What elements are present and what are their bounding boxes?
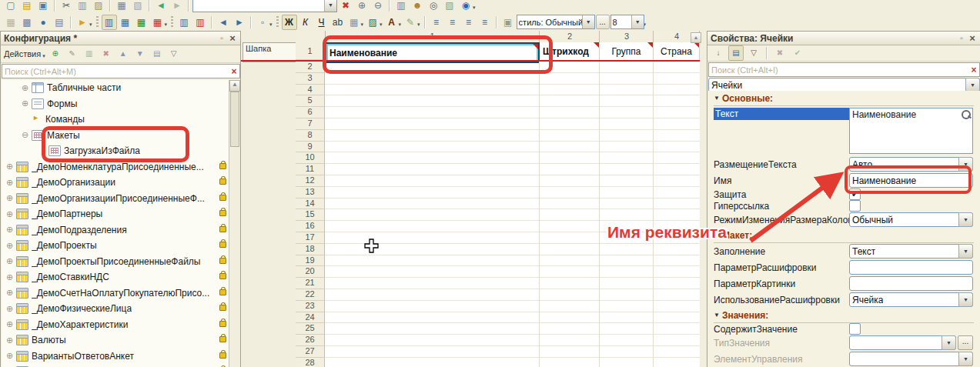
checkbox[interactable]: ✔ — [849, 189, 861, 200]
align-right-icon[interactable]: ≡ — [461, 15, 477, 30]
sheet-scroll-up-icon[interactable]: ▲ — [691, 32, 701, 43]
tree-item[interactable]: ⊕_ДемоФизическиеЛица — [2, 301, 240, 317]
chevron-down-icon[interactable]: ▼ — [958, 292, 973, 307]
property-value-field[interactable] — [849, 276, 973, 291]
row-header[interactable]: 3 — [296, 73, 325, 85]
chevron-down-icon[interactable]: ▾ — [89, 22, 92, 28]
checkbox[interactable] — [849, 323, 861, 335]
chevron-down-icon[interactable]: ▼ — [582, 15, 594, 28]
tree-item[interactable]: ⊕_ДемоПартнеры — [2, 206, 240, 222]
highlight-color-icon[interactable]: ✎ — [403, 15, 418, 30]
property-value-field[interactable]: Ячейка▼ — [849, 292, 973, 307]
chevron-down-icon[interactable]: ▼ — [631, 15, 644, 28]
format-painter-icon[interactable]: ▥ — [393, 0, 409, 13]
tree-item[interactable]: ⊕_ДемоСчетНаОплатуПокупателюПрисо... — [2, 285, 240, 302]
zoom-out-icon[interactable]: ⊖ — [370, 0, 386, 13]
global-search-icon[interactable]: ◎ — [426, 0, 441, 13]
section-collapse-icon[interactable]: ▼ — [714, 312, 720, 319]
move-up-icon[interactable]: ▲ — [115, 46, 131, 62]
text-abc-icon[interactable]: ab — [330, 15, 346, 30]
new-file-icon[interactable]: ▢ — [3, 0, 18, 13]
borders-icon[interactable]: ▦ — [346, 15, 362, 30]
print-preview-icon[interactable]: ▧ — [130, 0, 145, 13]
config-search-box[interactable]: Поиск (Ctrl+Alt+M) × — [2, 64, 240, 78]
row-header[interactable]: 2 — [296, 62, 325, 73]
row-header[interactable]: 6 — [296, 107, 325, 118]
checkbox[interactable] — [849, 200, 861, 212]
section-header[interactable]: ▼Макет: — [714, 228, 974, 243]
row-header[interactable]: 5 — [296, 95, 325, 107]
cell-properties-icon[interactable]: ▦ — [3, 15, 18, 30]
property-value-field[interactable]: ▼ — [849, 352, 973, 366]
cut-icon[interactable]: ✂ — [59, 0, 74, 13]
row-header[interactable]: 9 — [296, 142, 325, 153]
show-headers-icon[interactable]: ▥ — [102, 15, 117, 30]
tree-item[interactable]: ⊕_ДемоХарактеристики — [2, 317, 240, 333]
row-header[interactable]: 18 — [296, 244, 325, 255]
expand-icon[interactable]: ⊕ — [5, 162, 15, 172]
row-header[interactable]: 1 — [296, 42, 325, 60]
align-justify-icon[interactable]: ≡ — [477, 15, 493, 30]
property-value-field[interactable]: Обычный▼ — [849, 212, 973, 227]
pin-icon[interactable]: ▫ — [216, 33, 227, 44]
expand-icon[interactable]: ⊕ — [5, 209, 15, 219]
tree-item[interactable]: ⊕_ДемоОрганизацииПрисоединенныеФ... — [2, 191, 240, 207]
scrollbar-thumb[interactable] — [230, 92, 239, 147]
toolbar-drag-handle[interactable] — [171, 16, 173, 28]
expand-icon[interactable]: ⊕ — [5, 193, 15, 203]
discard-icon[interactable]: ✖ — [772, 45, 788, 61]
zoom-in-icon[interactable]: ⊕ — [354, 0, 370, 13]
underline-icon[interactable]: Ч — [314, 15, 329, 30]
row-header[interactable]: 19 — [296, 255, 325, 267]
row-header[interactable]: 13 — [296, 187, 325, 199]
section-collapse-icon[interactable]: ▼ — [714, 232, 720, 239]
font-size-combo[interactable]: 8▼ — [610, 15, 644, 29]
embed-table-icon[interactable]: ▩ — [19, 15, 35, 30]
expand-icon[interactable]: ⊕ — [5, 178, 15, 188]
run-icon[interactable]: ► — [75, 15, 90, 30]
expand-icon[interactable]: ⊕ — [5, 272, 15, 282]
row-header[interactable]: 8 — [296, 130, 325, 142]
align-center-icon[interactable]: ≡ — [445, 15, 460, 30]
row-header[interactable]: 20 — [296, 266, 325, 278]
tree-item[interactable]: ⊕_ДемоНоменклатураПрисоединенные... — [2, 159, 240, 175]
expand-icon[interactable]: ⊕ — [20, 83, 30, 93]
clear-find-icon[interactable]: ✖ — [338, 0, 353, 13]
delete-icon[interactable]: ✖ — [99, 46, 114, 62]
tree-item[interactable]: ЗагрузкаИзФайла — [2, 143, 240, 159]
chevron-down-icon[interactable]: ▾ — [417, 22, 420, 28]
chevron-down-icon[interactable]: ▼ — [958, 352, 973, 366]
tree-item[interactable]: ⊕Формы — [2, 96, 240, 112]
row-header[interactable]: 25 — [296, 323, 325, 335]
chevron-down-icon[interactable]: ▼ — [942, 335, 956, 350]
cell-name-icon[interactable]: ▫ — [255, 15, 270, 30]
chevron-down-icon[interactable]: ▾ — [380, 22, 383, 28]
row-header[interactable]: 21 — [296, 278, 325, 289]
move-column-right-icon[interactable]: ► — [232, 15, 247, 30]
toolbar-drag-handle[interactable] — [96, 16, 99, 28]
copy-item-icon[interactable]: ▥ — [82, 46, 97, 62]
unmerge-cells-icon[interactable]: ▥ — [192, 15, 208, 30]
property-value-field[interactable] — [849, 260, 973, 275]
syntax-check-icon[interactable]: ▧ — [442, 0, 457, 13]
align-left-icon[interactable]: ≡ — [429, 15, 444, 30]
section-collapse-icon[interactable]: ▼ — [714, 95, 720, 102]
row-header[interactable]: 11 — [296, 164, 325, 175]
find-combo[interactable]: ▼ — [192, 0, 337, 12]
property-value-field[interactable]: Наименование — [849, 173, 973, 188]
chevron-down-icon[interactable]: ▼ — [958, 212, 973, 227]
expand-icon[interactable]: ⊕ — [5, 288, 15, 298]
property-value-field[interactable]: ▼ — [849, 335, 956, 350]
grid-body[interactable] — [325, 62, 700, 367]
chevron-down-icon[interactable]: ▾ — [399, 22, 402, 28]
save-icon[interactable]: ▣ — [35, 0, 51, 13]
tree-item[interactable]: ⊕_ДемоПроектыПрисоединенныеФайлы — [2, 254, 240, 270]
chevron-down-icon[interactable]: ▾ — [269, 22, 273, 28]
chevron-down-icon[interactable]: ▾ — [473, 5, 476, 11]
bold-icon[interactable]: Ж — [282, 15, 297, 30]
expand-icon[interactable]: ⊕ — [20, 98, 30, 108]
style-more-button[interactable]: ... — [596, 15, 610, 29]
row-header[interactable]: 24 — [296, 312, 325, 324]
expand-icon[interactable]: ⊕ — [5, 335, 15, 345]
chevron-down-icon[interactable]: ▼ — [958, 244, 973, 259]
